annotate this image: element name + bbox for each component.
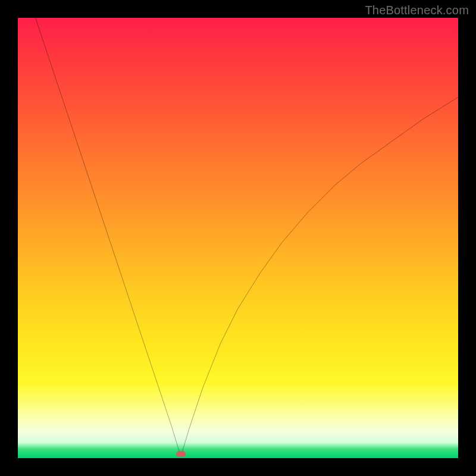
chart-frame: TheBottleneck.com — [0, 0, 476, 476]
plot-area — [18, 18, 458, 458]
bottleneck-curve — [18, 18, 458, 458]
curve-path — [36, 18, 458, 455]
watermark-text: TheBottleneck.com — [365, 4, 469, 17]
optimal-point-marker — [176, 451, 186, 457]
